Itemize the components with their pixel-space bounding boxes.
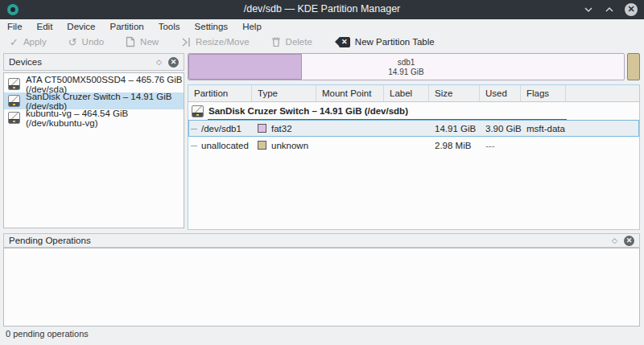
partition-segment-name: sdb1 — [188, 58, 624, 68]
table-row-sdb1[interactable]: /dev/sdb1 fat32 14.91 GiB 3.90 GiB msft-… — [188, 120, 639, 137]
chevron-down-icon — [584, 5, 593, 14]
menu-edit[interactable]: Edit — [30, 19, 60, 33]
hard-drive-icon — [8, 112, 20, 124]
group-underline — [208, 119, 567, 120]
hard-drive-icon — [8, 95, 20, 107]
menu-help[interactable]: Help — [235, 19, 269, 33]
menu-partition[interactable]: Partition — [103, 19, 151, 33]
toolbar: ✓ Apply ↺ Undo New Resize/Move Delete ✕ … — [0, 33, 644, 51]
cell-size: 14.91 GiB — [429, 124, 480, 133]
fat32-color-swatch — [258, 124, 266, 133]
device-item-sdb[interactable]: SanDisk Cruzer Switch – 14.91 GiB (/dev/… — [4, 92, 184, 109]
column-header-size[interactable]: Size — [429, 85, 480, 101]
cell-type: fat32 — [271, 124, 292, 133]
new-document-icon — [126, 36, 135, 47]
minimize-button[interactable] — [583, 4, 594, 15]
close-icon: ✕ — [627, 4, 634, 14]
chevron-up-icon — [605, 5, 614, 14]
partition-segment-size: 14.91 GiB — [188, 68, 624, 77]
menubar: File Edit Device Partition Tools Setting… — [0, 19, 644, 33]
cell-used: --- — [480, 141, 521, 150]
column-header-mount-point[interactable]: Mount Point — [316, 85, 384, 101]
column-header-used[interactable]: Used — [480, 85, 521, 101]
device-group-row[interactable]: SanDisk Cruzer Switch – 14.91 GiB (/dev/… — [188, 102, 639, 120]
unknown-color-swatch — [258, 141, 266, 150]
partition-segment-unallocated[interactable] — [627, 53, 640, 80]
titlebar: /dev/sdb — KDE Partition Manager ✕ — [0, 0, 644, 19]
status-bar: 0 pending operations — [6, 329, 89, 339]
device-item-kubuntu-vg[interactable]: kubuntu-vg – 464.54 GiB (/dev/kubuntu-vg… — [4, 109, 184, 126]
table-row-unallocated[interactable]: unallocated unknown 2.98 MiB --- — [188, 137, 639, 154]
pending-operations-title: Pending Operations — [9, 236, 91, 245]
resize-move-icon — [180, 37, 191, 47]
column-header-empty — [566, 85, 639, 101]
menu-device[interactable]: Device — [60, 19, 102, 33]
cell-size: 2.98 MiB — [429, 141, 480, 150]
devices-panel-header: Devices ◇ ✕ — [3, 53, 184, 71]
pending-operations-list — [3, 248, 640, 327]
partition-segment-sdb1[interactable]: sdb1 14.91 GiB — [188, 53, 625, 80]
pending-operations-header: Pending Operations ◇ ✕ — [3, 233, 640, 248]
apply-button: ✓ Apply — [10, 37, 47, 47]
column-header-partition[interactable]: Partition — [188, 85, 252, 101]
partition-table-header: Partition Type Mount Point Label Size Us… — [188, 85, 639, 102]
partition-visual-bar: sdb1 14.91 GiB — [188, 53, 640, 80]
cell-used: 3.90 GiB — [480, 124, 521, 133]
partition-table: Partition Type Mount Point Label Size Us… — [188, 84, 640, 230]
hard-drive-icon — [8, 78, 20, 90]
close-icon: ✕ — [626, 236, 633, 244]
hard-drive-icon — [192, 105, 204, 117]
menu-tools[interactable]: Tools — [151, 19, 188, 33]
delete-button: Delete — [271, 36, 312, 47]
close-panel-button[interactable]: ✕ — [624, 236, 634, 246]
new-partition-table-button[interactable]: ✕ New Partition Table — [334, 37, 435, 47]
check-icon: ✓ — [10, 37, 19, 47]
column-header-type[interactable]: Type — [252, 85, 316, 101]
close-icon: ✕ — [171, 58, 177, 66]
new-partition-table-icon: ✕ — [339, 37, 350, 47]
new-button: New — [126, 36, 159, 47]
menu-settings[interactable]: Settings — [188, 19, 236, 33]
cell-type: unknown — [271, 141, 308, 150]
column-header-flags[interactable]: Flags — [521, 85, 566, 101]
device-group-label: SanDisk Cruzer Switch – 14.91 GiB (/dev/… — [208, 106, 408, 116]
float-panel-icon[interactable]: ◇ — [612, 236, 617, 244]
window-title: /dev/sdb — KDE Partition Manager — [0, 3, 644, 14]
close-panel-button[interactable]: ✕ — [168, 57, 179, 68]
undo-icon: ↺ — [68, 37, 77, 47]
cell-partition: /dev/sdb1 — [188, 124, 252, 133]
cell-partition: unallocated — [188, 141, 252, 150]
undo-button: ↺ Undo — [68, 37, 104, 47]
column-header-label[interactable]: Label — [384, 85, 429, 101]
cell-flags: msft-data — [521, 124, 566, 133]
menu-file[interactable]: File — [0, 19, 30, 33]
float-panel-icon[interactable]: ◇ — [156, 58, 162, 66]
trash-icon — [271, 36, 281, 47]
devices-list: ATA CT500MX500SSD4 – 465.76 GiB (/dev/sd… — [3, 72, 184, 228]
maximize-button[interactable] — [604, 4, 615, 15]
device-item-sda[interactable]: ATA CT500MX500SSD4 – 465.76 GiB (/dev/sd… — [4, 76, 184, 92]
close-button[interactable]: ✕ — [625, 3, 638, 16]
resize-move-button: Resize/Move — [180, 37, 249, 47]
devices-panel-title: Devices — [9, 57, 42, 67]
